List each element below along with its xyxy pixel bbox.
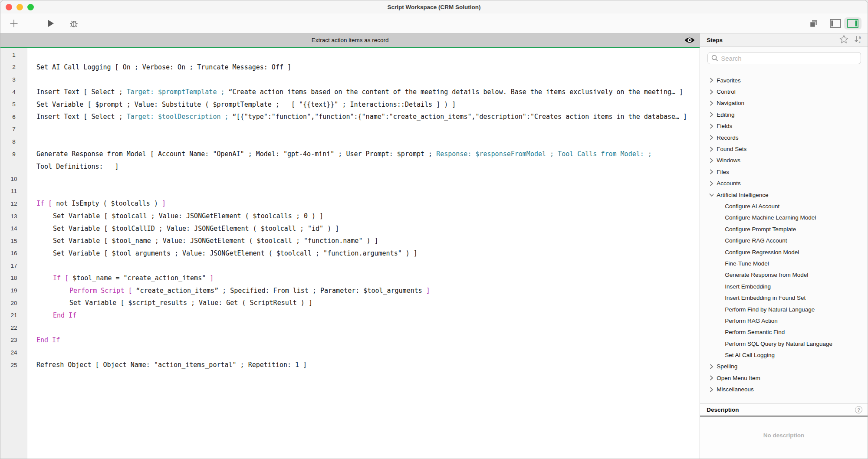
run-script-button[interactable] [45,13,56,33]
script-row[interactable]: 15Set Variable [ $tool_name ; Value: JSO… [0,235,700,247]
steps-category[interactable]: Navigation [700,98,868,109]
line-number: 15 [0,238,27,244]
line-number: 25 [0,362,27,368]
steps-item-label: Navigation [717,100,744,106]
zoom-window-button[interactable] [27,4,34,10]
steps-list-item[interactable]: Configure Regression Model [700,246,868,258]
steps-category[interactable]: Spelling [700,361,868,372]
script-step-text: Set Variable [ $tool_name ; Value: JSONG… [27,237,378,245]
script-row[interactable]: 17 [0,259,700,272]
steps-list-item[interactable]: Configure AI Account [700,200,868,212]
chevron-right-icon [710,169,713,174]
duplicate-button[interactable] [807,13,819,33]
chevron-down-icon [709,193,713,197]
steps-item-label: Spelling [717,363,737,370]
debug-script-button[interactable] [68,13,79,33]
script-row[interactable]: 5Set Variable [ $prompt ; Value: Substit… [0,98,700,111]
script-row[interactable]: 8 [0,135,700,148]
steps-item-label: Configure AI Account [725,203,779,210]
steps-category[interactable]: Miscellaneous [700,384,868,395]
close-window-button[interactable] [6,4,12,10]
preview-eye-button[interactable] [684,36,695,46]
script-step-text: Set AI Call Logging [ On ; Verbose: On ;… [27,63,291,71]
steps-category[interactable]: Artificial Intelligence [700,189,868,200]
script-row[interactable]: 14Set Variable [ $toolCallID ; Value: JS… [0,222,700,235]
script-row[interactable]: 7 [0,123,700,136]
window-title: Script Workspace (CRM Solution) [387,4,480,10]
steps-list-item[interactable]: Perform SQL Query by Natural Language [700,338,868,349]
script-row[interactable]: 16Set Variable [ $tool_arguments ; Value… [0,247,700,260]
toggle-left-pane-button[interactable] [829,13,842,33]
script-row[interactable]: 2Set AI Call Logging [ On ; Verbose: On … [0,61,700,74]
script-step-text: Tool Definitions: ] [27,163,119,170]
favorites-filter-button[interactable] [839,35,848,46]
chevron-right-icon [709,124,713,129]
steps-category[interactable]: Control [700,86,868,97]
steps-list-item[interactable]: Configure Machine Learning Model [700,212,868,223]
script-step-text: Set Variable [ $toolcall ; Value: JSONGe… [27,212,323,220]
steps-category[interactable]: Files [700,166,868,177]
steps-list-item[interactable]: Perform Semantic Find [700,327,868,338]
line-number: 9 [0,151,27,157]
steps-list-item[interactable]: Insert Embedding in Found Set [700,292,868,303]
script-row[interactable]: 22 [0,321,700,334]
line-number: 7 [0,126,27,132]
sort-az-icon: a z [854,35,862,44]
steps-category[interactable]: Fields [700,121,868,132]
steps-item-label: Miscellaneous [717,386,754,393]
script-row[interactable]: 25Refresh Object [ Object Name: "action_… [0,359,700,371]
script-row[interactable]: 13Set Variable [ $toolcall ; Value: JSON… [0,210,700,223]
steps-list-item[interactable]: Perform Find by Natural Language [700,304,868,315]
steps-category[interactable]: Favorites [700,75,868,86]
script-row[interactable]: 1 [0,49,700,61]
steps-item-label: Open Menu Item [717,375,760,381]
steps-category[interactable]: Editing [700,109,868,120]
script-row[interactable]: 24 [0,346,700,359]
help-icon[interactable]: ? [855,406,862,413]
script-code-area[interactable]: 12Set AI Call Logging [ On ; Verbose: On… [0,48,700,459]
script-row[interactable]: 20Set Variable [ $script_results ; Value… [0,297,700,309]
svg-text:a: a [859,35,861,39]
steps-list-item[interactable]: Configure RAG Account [700,235,868,246]
steps-list-item[interactable]: Perform RAG Action [700,315,868,326]
script-row[interactable]: 11 [0,185,700,198]
script-row[interactable]: 10 [0,173,700,185]
steps-list-item[interactable]: Insert Embedding [700,281,868,292]
script-row[interactable]: Tool Definitions: ] [0,160,700,173]
script-row[interactable]: 23End If [0,334,700,347]
steps-list-item[interactable]: Set AI Call Logging [700,349,868,361]
script-row[interactable]: 9Generate Response from Model [ Account … [0,148,700,161]
script-row[interactable]: 3 [0,73,700,86]
line-number: 2 [0,64,27,70]
steps-search-box[interactable] [707,52,861,64]
steps-search-input[interactable] [721,55,857,62]
steps-category[interactable]: Found Sets [700,143,868,154]
script-row[interactable]: 6Insert Text [ Select ; Target: $toolDes… [0,111,700,123]
script-row[interactable]: 21End If [0,309,700,321]
favorite-star-icon [839,35,848,44]
steps-item-label: Configure RAG Account [725,237,787,244]
script-row[interactable]: 19Perform Script [ “create_action_items”… [0,284,700,297]
sort-button[interactable]: a z [854,35,862,46]
steps-category[interactable]: Open Menu Item [700,372,868,384]
traffic-lights [6,0,34,13]
script-row[interactable]: 18If [ $tool_name = "create_action_items… [0,272,700,285]
line-number: 24 [0,349,27,356]
minimize-window-button[interactable] [16,4,23,10]
script-step-text: Set Variable [ $prompt ; Value: Substitu… [27,101,456,108]
chevron-right-icon [710,101,713,106]
steps-category[interactable]: Windows [700,155,868,166]
steps-category[interactable]: Accounts [700,178,868,189]
steps-list-item[interactable]: Generate Response from Model [700,269,868,281]
steps-list-item[interactable]: Configure Prompt Template [700,223,868,235]
script-row[interactable]: 4Insert Text [ Select ; Target: $promptT… [0,86,700,98]
chevron-right-icon [709,158,713,163]
script-tab[interactable]: Extract action items as record [0,33,700,47]
steps-category[interactable]: Records [700,132,868,143]
new-script-button[interactable] [8,13,20,33]
line-number: 4 [0,89,27,95]
toggle-right-pane-button[interactable] [844,13,861,33]
line-number: 5 [0,101,27,108]
script-row[interactable]: 12If [ not IsEmpty ( $toolcalls ) ] [0,197,700,210]
steps-list-item[interactable]: Fine-Tune Model [700,258,868,269]
